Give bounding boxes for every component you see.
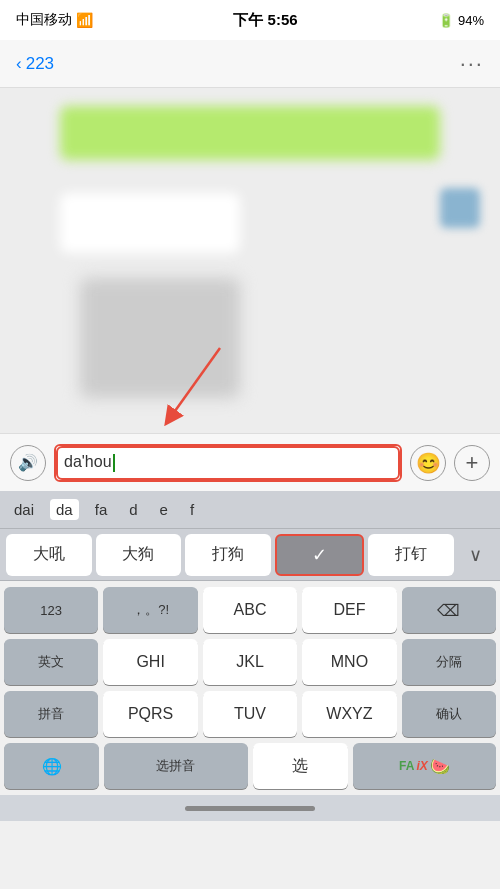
word-suggestion-row: 大吼 大狗 打狗 ✓ 打钉 ∨ <box>0 529 500 581</box>
carrier-label: 中国移动 <box>16 11 72 29</box>
keyboard-row-2: 英文 GHI JKL MNO 分隔 <box>0 633 500 685</box>
key-confirm[interactable]: 确认 <box>402 691 496 737</box>
key-tuv[interactable]: TUV <box>203 691 297 737</box>
home-bar <box>185 806 315 811</box>
input-bar: 🔊 da'hou 😊 + <box>0 433 500 491</box>
key-mno[interactable]: MNO <box>302 639 396 685</box>
key-abc[interactable]: ABC <box>203 587 297 633</box>
key-ghi[interactable]: GHI <box>103 639 197 685</box>
nav-bar: ‹ 223 ··· <box>0 40 500 88</box>
chevron-left-icon: ‹ <box>16 54 22 74</box>
status-left: 中国移动 📶 <box>16 11 93 29</box>
plus-icon: + <box>466 450 479 476</box>
word-suggestion-3[interactable]: ✓ <box>275 534 365 576</box>
key-jkl[interactable]: JKL <box>203 639 297 685</box>
key-pqrs[interactable]: PQRS <box>103 691 197 737</box>
battery-icon: 🔋 <box>438 13 454 28</box>
wifi-icon: 📶 <box>76 12 93 28</box>
emoji-icon: 😊 <box>416 451 441 475</box>
status-bar: 中国移动 📶 下午 5:56 🔋 94% <box>0 0 500 40</box>
nav-back-button[interactable]: ‹ 223 <box>16 54 54 74</box>
key-punctuation[interactable]: ，。?! <box>103 587 197 633</box>
text-input-container[interactable]: da'hou <box>54 444 402 482</box>
pinyin-item-2[interactable]: fa <box>89 499 114 520</box>
pinyin-item-0[interactable]: dai <box>8 499 40 520</box>
key-logo: FA iX 🍉 <box>353 743 496 789</box>
word-suggestion-2[interactable]: 打狗 <box>185 534 271 576</box>
chat-bubble-white <box>60 193 240 253</box>
status-right: 🔋 94% <box>438 13 484 28</box>
key-globe[interactable]: 🌐 <box>4 743 99 789</box>
key-123[interactable]: 123 <box>4 587 98 633</box>
key-select[interactable]: 选 <box>253 743 348 789</box>
pinyin-item-5[interactable]: f <box>184 499 200 520</box>
logo-fa: FA <box>399 759 414 773</box>
pinyin-item-4[interactable]: e <box>154 499 174 520</box>
chat-area <box>0 88 500 433</box>
emoji-button[interactable]: 😊 <box>410 445 446 481</box>
key-select-pinyin[interactable]: 选拼音 <box>104 743 247 789</box>
status-time: 下午 5:56 <box>233 11 297 30</box>
pinyin-item-3[interactable]: d <box>123 499 143 520</box>
avatar <box>440 188 480 228</box>
add-button[interactable]: + <box>454 445 490 481</box>
expand-words-button[interactable]: ∨ <box>458 534 494 576</box>
pinyin-row: dai da fa d e f <box>0 491 500 529</box>
word-suggestion-4[interactable]: 打钉 <box>368 534 454 576</box>
key-wxyz[interactable]: WXYZ <box>302 691 396 737</box>
dongwa-icon: 🍉 <box>430 757 450 776</box>
pinyin-item-1[interactable]: da <box>50 499 79 520</box>
keyboard-row-1: 123 ，。?! ABC DEF ⌫ <box>0 581 500 633</box>
chat-bubble-green <box>60 106 440 160</box>
more-button[interactable]: ··· <box>460 51 484 77</box>
back-label: 223 <box>26 54 54 74</box>
key-def[interactable]: DEF <box>302 587 396 633</box>
keyboard-row-4: 🌐 选拼音 选 FA iX 🍉 <box>0 737 500 795</box>
text-cursor <box>113 454 115 472</box>
key-delete[interactable]: ⌫ <box>402 587 496 633</box>
key-english[interactable]: 英文 <box>4 639 98 685</box>
checkmark-icon: ✓ <box>312 544 327 566</box>
input-text: da'hou <box>64 453 115 472</box>
logo-ix: iX <box>416 759 427 773</box>
key-pinyin[interactable]: 拼音 <box>4 691 98 737</box>
keyboard-row-3: 拼音 PQRS TUV WXYZ 确认 <box>0 685 500 737</box>
key-separator[interactable]: 分隔 <box>402 639 496 685</box>
word-suggestion-1[interactable]: 大狗 <box>96 534 182 576</box>
chat-image <box>80 278 240 398</box>
voice-button[interactable]: 🔊 <box>10 445 46 481</box>
home-indicator <box>0 795 500 821</box>
word-suggestion-0[interactable]: 大吼 <box>6 534 92 576</box>
voice-icon: 🔊 <box>18 453 38 472</box>
battery-label: 94% <box>458 13 484 28</box>
